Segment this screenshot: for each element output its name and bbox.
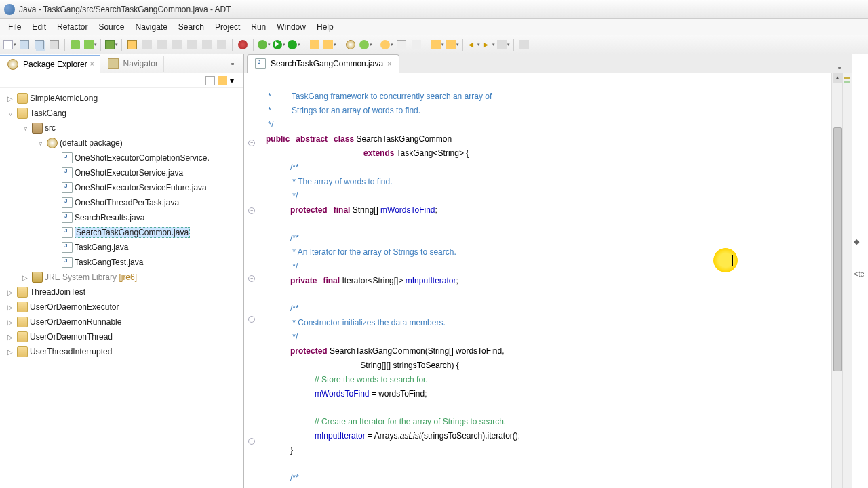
tb2[interactable] bbox=[155, 38, 169, 52]
tb5[interactable] bbox=[200, 38, 214, 52]
new-button[interactable] bbox=[3, 38, 16, 52]
tb7[interactable] bbox=[308, 38, 321, 52]
tree-src-folder[interactable]: ▿src bbox=[0, 121, 243, 136]
tb6[interactable] bbox=[215, 38, 229, 52]
panel-toolbar: ▾ bbox=[0, 73, 243, 88]
fold-icon[interactable]: − bbox=[248, 275, 255, 282]
fold-icon[interactable]: − bbox=[248, 316, 255, 323]
editor-tab-active[interactable]: SearchTaskGangCommon.java × bbox=[247, 54, 399, 73]
breakpoint-skip-icon[interactable] bbox=[236, 38, 250, 52]
tree-java-file[interactable]: TaskGang.java bbox=[0, 240, 243, 255]
tb4[interactable] bbox=[185, 38, 199, 52]
menu-window[interactable]: Window bbox=[271, 20, 311, 34]
tb12[interactable] bbox=[496, 38, 510, 52]
tree-jre-library[interactable]: ▷JRE System Library [jre6] bbox=[0, 270, 243, 285]
new-package-button[interactable] bbox=[344, 38, 357, 52]
menu-file[interactable]: File bbox=[3, 20, 26, 34]
forward-button[interactable]: ► bbox=[481, 38, 495, 52]
back-button[interactable]: ◄ bbox=[467, 38, 480, 52]
tree-project[interactable]: ▷UserOrDaemonThread bbox=[0, 329, 243, 344]
minimize-icon[interactable]: ‒ bbox=[219, 59, 229, 68]
tree-package[interactable]: ▿(default package) bbox=[0, 136, 243, 150]
view-menu-icon[interactable]: ▾ bbox=[230, 76, 239, 85]
src-folder-icon bbox=[32, 123, 43, 134]
minimize-icon[interactable]: ‒ bbox=[826, 63, 835, 73]
package-icon bbox=[47, 138, 58, 148]
scroll-up-icon[interactable]: ▲ bbox=[833, 73, 842, 83]
code-editor[interactable]: * TaskGang framework to concurrently sea… bbox=[260, 73, 831, 488]
vertical-scrollbar[interactable]: ▲ ▼ bbox=[831, 73, 842, 488]
maximize-icon[interactable]: ▫ bbox=[231, 59, 241, 68]
tree-java-file[interactable]: TaskGangTest.java bbox=[0, 255, 243, 270]
menu-search[interactable]: Search bbox=[173, 20, 210, 34]
tb13[interactable] bbox=[517, 38, 531, 52]
print-button[interactable] bbox=[47, 38, 61, 52]
overview-ruler[interactable] bbox=[842, 73, 852, 488]
link-editor-icon[interactable] bbox=[218, 76, 227, 85]
open-task-button[interactable] bbox=[395, 38, 408, 52]
tree-java-file[interactable]: OneShotExecutorServiceFuture.java bbox=[0, 180, 243, 195]
outline-icon[interactable]: ◆ bbox=[854, 237, 867, 246]
tb11[interactable] bbox=[446, 38, 459, 52]
tab-package-explorer[interactable]: Package Explorer × bbox=[0, 55, 100, 73]
tree-project[interactable]: ▷SimpleAtomicLong bbox=[0, 91, 243, 106]
menu-bar: File Edit Refactor Source Navigate Searc… bbox=[0, 19, 868, 35]
text-cursor-icon bbox=[732, 255, 733, 266]
menu-refactor[interactable]: Refactor bbox=[52, 20, 93, 34]
fold-icon[interactable]: − bbox=[248, 140, 255, 146]
menu-navigate[interactable]: Navigate bbox=[130, 20, 172, 34]
tree-project[interactable]: ▷ThreadJoinTest bbox=[0, 285, 243, 300]
editor-body[interactable]: − − − − − * TaskGang framework to concur… bbox=[244, 73, 852, 488]
tree-java-file-selected[interactable]: SearchTaskGangCommon.java bbox=[0, 225, 243, 240]
tree-project[interactable]: ▷UserOrDaemonExecutor bbox=[0, 300, 243, 314]
tree-java-file[interactable]: SearchResults.java bbox=[0, 210, 243, 225]
run-ext-button[interactable] bbox=[287, 38, 300, 52]
project-icon bbox=[17, 331, 28, 342]
maximize-icon[interactable]: ▫ bbox=[838, 63, 848, 73]
fold-icon[interactable]: − bbox=[248, 207, 255, 214]
java-file-icon bbox=[62, 242, 73, 253]
menu-help[interactable]: Help bbox=[311, 20, 339, 34]
tb3[interactable] bbox=[170, 38, 184, 52]
tree-java-file[interactable]: OneShotThreadPerTask.java bbox=[0, 195, 243, 210]
tree-project[interactable]: ▷UserThreadInterrupted bbox=[0, 344, 243, 359]
package-tree[interactable]: ▷SimpleAtomicLong ▿TaskGang ▿src ▿(defau… bbox=[0, 88, 243, 488]
close-icon[interactable]: × bbox=[90, 60, 94, 68]
debug-button[interactable] bbox=[257, 38, 271, 52]
menu-project[interactable]: Project bbox=[210, 20, 245, 34]
toggle-button[interactable] bbox=[104, 38, 118, 52]
save-button[interactable] bbox=[18, 38, 31, 52]
build-button[interactable] bbox=[68, 38, 82, 52]
app-icon bbox=[4, 4, 15, 15]
tree-project[interactable]: ▷UserOrDaemonRunnable bbox=[0, 314, 243, 329]
menu-source[interactable]: Source bbox=[93, 20, 130, 34]
tree-java-file[interactable]: OneShotExecutorCompletionService. bbox=[0, 150, 243, 165]
tb10[interactable] bbox=[431, 38, 444, 52]
title-bar: Java - TaskGang/src/SearchTaskGangCommon… bbox=[0, 0, 868, 19]
tab-navigator[interactable]: Navigator bbox=[100, 56, 164, 72]
project-icon bbox=[17, 302, 28, 312]
new-class-button[interactable] bbox=[359, 38, 372, 52]
tree-java-file[interactable]: OneShotExecutorService.java bbox=[0, 165, 243, 180]
editor-gutter[interactable]: − − − − − bbox=[244, 73, 260, 488]
scroll-thumb[interactable] bbox=[833, 127, 842, 371]
menu-run[interactable]: Run bbox=[245, 20, 271, 34]
save-all-button[interactable] bbox=[33, 38, 46, 52]
fold-icon[interactable]: − bbox=[248, 438, 255, 445]
editor-area: SearchTaskGangCommon.java × ‒ ▫ − − − − … bbox=[244, 54, 852, 488]
menu-edit[interactable]: Edit bbox=[26, 20, 52, 34]
package-explorer-panel: Package Explorer × Navigator ‒ ▫ ▾ ▷Simp… bbox=[0, 54, 244, 488]
tree-project[interactable]: ▿TaskGang bbox=[0, 106, 243, 121]
tb8[interactable] bbox=[323, 38, 336, 52]
tb9[interactable] bbox=[410, 38, 423, 52]
build-dropdown[interactable] bbox=[83, 38, 97, 52]
run-button[interactable] bbox=[272, 38, 285, 52]
outline-text: <te bbox=[854, 270, 867, 278]
search-dropdown[interactable] bbox=[380, 38, 393, 52]
overview-mark[interactable] bbox=[844, 81, 850, 83]
close-icon[interactable]: × bbox=[386, 60, 393, 68]
tb1[interactable] bbox=[140, 38, 154, 52]
overview-mark[interactable] bbox=[844, 77, 850, 79]
collapse-all-icon[interactable] bbox=[205, 76, 215, 85]
open-type-button[interactable] bbox=[125, 38, 139, 52]
